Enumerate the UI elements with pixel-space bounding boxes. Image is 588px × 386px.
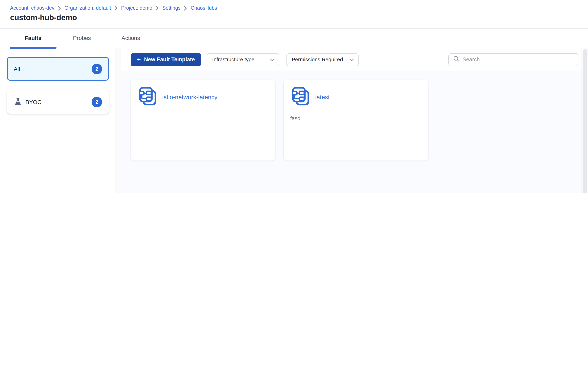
plus-icon: + (137, 56, 141, 63)
dropdown-label: Infrastructure type (212, 57, 254, 62)
page-header: Account: chaos-dev Organization: default… (0, 0, 588, 48)
toolbar: + New Fault Template Infrastructure type… (121, 48, 588, 71)
sidebar-item-all[interactable]: All 2 (7, 57, 109, 81)
chevron-right-icon (58, 6, 61, 10)
fault-template-card[interactable]: istio-network-latency (131, 80, 275, 161)
infrastructure-type-dropdown[interactable]: Infrastructure type (207, 53, 279, 66)
tab-actions[interactable]: Actions (107, 28, 154, 48)
new-fault-template-label: New Fault Template (144, 57, 195, 62)
count-badge: 2 (92, 63, 102, 74)
chevron-right-icon (115, 6, 117, 10)
fault-template-icon (292, 87, 310, 107)
page-title: custom-hub-demo (10, 13, 77, 22)
card-header: istio-network-latency (137, 87, 269, 107)
page-body: All 2 BYOC 2 + New Fau (0, 48, 588, 193)
breadcrumb-chaoshubs-link[interactable]: ChaosHubs (191, 5, 217, 11)
permissions-required-dropdown[interactable]: Permissions Required (286, 53, 358, 66)
breadcrumb-account-link[interactable]: Account: chaos-dev (10, 5, 55, 11)
main-content: + New Fault Template Infrastructure type… (121, 48, 588, 193)
breadcrumb-project-link[interactable]: Project: demo (121, 5, 152, 11)
card-header: latest (290, 87, 422, 107)
new-fault-template-button[interactable]: + New Fault Template (131, 53, 201, 66)
chevron-down-icon (270, 57, 274, 62)
search-input[interactable] (462, 57, 573, 62)
tab-probes[interactable]: Probes (59, 28, 105, 48)
template-grid: istio-network-latency (121, 71, 582, 193)
breadcrumb-settings-link[interactable]: Settings (162, 5, 181, 11)
search-box (448, 53, 578, 66)
chevron-down-icon (349, 57, 354, 62)
vertical-scrollbar[interactable] (582, 48, 588, 193)
sidebar-item-label: BYOC (25, 99, 41, 105)
tab-faults[interactable]: Faults (10, 28, 57, 48)
chaoshub-page: Account: chaos-dev Organization: default… (0, 0, 588, 193)
tab-bar: Faults Probes Actions (10, 28, 154, 48)
flask-icon (15, 98, 21, 106)
search-icon (453, 56, 459, 63)
count-badge: 2 (92, 97, 102, 107)
category-sidebar: All 2 BYOC 2 (0, 48, 115, 193)
sidebar-item-byoc[interactable]: BYOC 2 (7, 90, 109, 114)
fault-template-icon (139, 87, 157, 107)
panel-gutter (115, 48, 121, 193)
scrollbar-thumb[interactable] (583, 49, 587, 193)
template-title-link[interactable]: latest (315, 94, 330, 101)
chevron-right-icon (156, 6, 159, 10)
fault-template-card[interactable]: latest fasd (284, 80, 428, 161)
template-description: fasd (290, 115, 422, 122)
chevron-right-icon (184, 6, 187, 10)
template-title-link[interactable]: istio-network-latency (162, 94, 217, 101)
sidebar-item-label: All (14, 65, 20, 72)
breadcrumb-organization-link[interactable]: Organization: default (64, 5, 111, 11)
breadcrumb: Account: chaos-dev Organization: default… (10, 5, 217, 11)
dropdown-label: Permissions Required (292, 57, 343, 62)
